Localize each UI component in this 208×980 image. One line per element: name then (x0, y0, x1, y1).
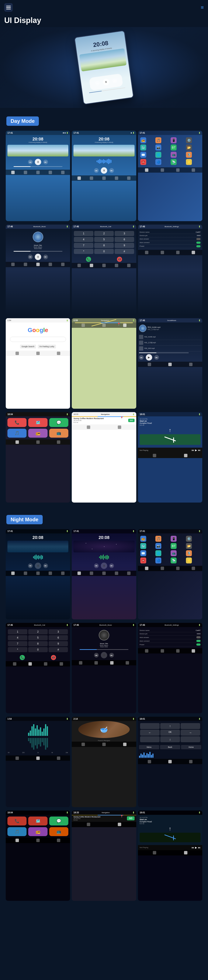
day-keypad: 1 2 3 4 5 6 7 8 9 * 0 # (73, 230, 135, 255)
day-local-music-bottom (138, 362, 202, 367)
night-mode-header: Night Mode (6, 515, 43, 524)
night-eq-bars (28, 723, 48, 736)
tablet-music-control: ⏮ ⏸ ⏭ (89, 73, 123, 91)
coffee-shop-name: Sunny Coffee Modern Restaurant (73, 417, 104, 420)
night-music-screen-2: 17:41 🔋 20:08 (72, 529, 136, 620)
night-bt-music-bottom (72, 660, 136, 665)
auto-answer-label: Auto answer (140, 238, 149, 240)
night-waveform-1 (33, 554, 43, 560)
auto-connect-toggle[interactable] (196, 242, 200, 244)
night-food-bottom (72, 741, 136, 747)
night-waveform-screen: 1:54 🔋 (6, 717, 70, 807)
night-carplay-map: 18:33 Navigation 🔋 📍 Sunny Coffee Modern… (72, 811, 136, 901)
day-music-time-1: 20:08 (33, 137, 43, 142)
day-google-bottom (6, 351, 70, 356)
day-waveform (96, 158, 112, 165)
day-bt-music-bottom (6, 262, 70, 267)
night-app-grid-bottom (138, 566, 202, 571)
night-keypad: 1 2 3 4 5 6 7 8 9 * 0 # (7, 628, 69, 653)
day-mode-section: Day Mode 17:41 🔋 20:08 A stunning displa… (0, 112, 208, 506)
day-bt-music-screen: 17:46 Bluetooth_Music 🔋 Music Title Musi… (6, 224, 70, 315)
auto-answer-toggle[interactable] (196, 238, 200, 240)
day-carplay-nav-bottom (138, 453, 202, 458)
night-bt-call-bottom (6, 661, 70, 667)
night-carplay-map-bottom (72, 822, 136, 827)
night-mode-section: Night Mode 17:41 🔋 20:08 (0, 511, 208, 905)
night-waveform-bottom (6, 756, 70, 761)
night-auto-connect-toggle[interactable] (196, 640, 200, 642)
night-app-icons: 📻 🎵 📱 ⚙️ 🗺️ 📷 BT 📂 ✉️ 🌐 📺 🎙️ ☎️ 🔵 📡 ⭐ (139, 535, 201, 565)
day-row-4: 18:04 🔋 📞 🗺️ 💬 🎵 📻 📺 18:33 (3, 410, 205, 504)
hero-tablet-time: 20:08 (93, 40, 109, 49)
night-carplay-nav-2: 18:01 🔋 10:19 ETA Start on Dungloe Road … (138, 811, 202, 901)
power-label: Power (140, 245, 145, 247)
night-bt-settings-bottom (138, 648, 202, 654)
night-bt-music-screen: 17:46 Bluetooth_Music 🔋 Music Title Musi… (72, 623, 136, 713)
nav-eta: 16:16 ETA (73, 420, 104, 422)
google-logo: Google (28, 327, 48, 334)
not-playing-label: Not Playing (140, 449, 148, 451)
night-row-4: 18:04 🔋 📞 🗺️ 💬 🎵 📻 📺 18:33 (3, 809, 205, 903)
night-carplay-nav-2-bottom (138, 850, 202, 856)
day-bt-settings-screen: 17:46 Bluetooth_Settings 🔋 Device name C… (138, 224, 202, 315)
night-row-2: 17:46 Bluetooth_Call 🔋 1 2 3 4 5 6 7 8 9… (3, 621, 205, 715)
header: ≡ (0, 0, 208, 15)
day-music-screen-2: 17:41 🔋 20:08 A stunning display of beau… (72, 131, 136, 221)
day-bt-call-screen: 17:46 Bluetooth_Call 🔋 1 2 3 4 5 6 7 8 9… (72, 224, 136, 315)
night-music-bottom-1 (6, 571, 70, 576)
bt-music-artist: Music Artist (34, 248, 42, 249)
night-row-3: 1:54 🔋 (3, 715, 205, 809)
day-carplay-apps-bottom (6, 439, 70, 445)
night-carplay-apps-bottom (6, 838, 70, 843)
day-local-music-screen: 17:46 SocialMusic 🔋 华乐_0100E.mp3 华乐_正式版.… (138, 318, 202, 409)
day-carplay-map: 18:33 Navigation 🔋 📍 Sunny Coffee Modern… (72, 412, 136, 503)
day-music-screen-1: 17:41 🔋 20:08 A stunning display of beau… (6, 131, 70, 221)
day-music-bottom-2 (72, 175, 136, 181)
night-waveform-2 (99, 554, 109, 560)
night-music-screen-1: 17:41 🔋 20:08 ⏮ ⏸ (6, 529, 70, 620)
menu-icon[interactable] (4, 3, 13, 12)
night-food-screen: 2:14 🔋 🥣 Food & Recipes (72, 717, 136, 807)
night-nav-arrows-bottom (138, 759, 202, 764)
bt-music-title: Music Title (34, 244, 42, 246)
night-nav-arrows: ↑ ← OK → ↓ (139, 722, 201, 743)
page-title: UI Display (0, 15, 208, 27)
night-bt-call-screen: 17:46 Bluetooth_Call 🔋 1 2 3 4 5 6 7 8 9… (6, 623, 70, 713)
night-bt-settings-screen: 17:46 Bluetooth_Settings 🔋 Device name C… (138, 623, 202, 713)
tablet-mockup: 20:08 A stunning display of beauty ⏮ ⏸ ⏭ (74, 30, 134, 105)
night-carplay-apps: 18:04 🔋 📞 🗺️ 💬 🎵 📻 📺 (6, 811, 70, 901)
day-google-screen: 1:54 🔋 Google Google Search I'm Feeling … (6, 318, 70, 409)
device-pin-label: Device pin (140, 235, 148, 237)
night-music-bottom-2 (72, 571, 136, 576)
day-row-2: 17:46 Bluetooth_Music 🔋 Music Title Musi… (3, 223, 205, 317)
day-mode-label: Day Mode (6, 116, 39, 126)
day-bt-call-bottom (72, 263, 136, 268)
night-auto-answer-toggle[interactable] (196, 636, 200, 638)
device-name-label: Device name (140, 231, 150, 233)
night-mode-label: Night Mode (6, 515, 43, 524)
google-search-bar[interactable] (10, 337, 66, 342)
night-row-1: 17:41 🔋 20:08 ⏮ ⏸ (3, 527, 205, 621)
bt-music-album: Music Album (34, 246, 42, 248)
device-pin-value: 0000 (197, 235, 200, 237)
power-toggle[interactable] (196, 245, 200, 247)
night-eq-bars-mirror (28, 738, 48, 751)
header-left (4, 3, 13, 12)
hero-section: 20:08 A stunning display of beauty ⏮ ⏸ ⏭ (0, 27, 208, 108)
nav-distance: 9.0 mi (73, 422, 104, 423)
day-carplay-nav: 18:01 🔋 10:19 ETA Start on Dungloe Road … (138, 412, 202, 503)
night-app-grid-screen: 17:41 🔋 📻 🎵 📱 ⚙️ 🗺️ 📷 BT 📂 ✉️ 🌐 📺 🎙️ (138, 529, 202, 620)
day-carplay-map-bottom (72, 425, 136, 430)
day-music-controls-1: ⏮ ⏸ ⏭ (28, 159, 48, 165)
nav-road: Dungloe Road (140, 422, 200, 424)
day-app-grid-bottom (138, 167, 202, 173)
day-row-3: 1:54 🔋 Google Google Search I'm Feeling … (3, 317, 205, 410)
day-music-bottom-1 (6, 170, 70, 175)
nav-lines-icon[interactable]: ≡ (201, 5, 204, 10)
auto-connect-label: Auto connect (140, 242, 150, 243)
go-button[interactable]: GO (128, 419, 135, 422)
day-mode-header: Day Mode (6, 116, 39, 126)
night-power-toggle[interactable] (196, 643, 200, 646)
day-map-bottom (72, 323, 136, 328)
day-bt-settings-bottom (138, 250, 202, 255)
